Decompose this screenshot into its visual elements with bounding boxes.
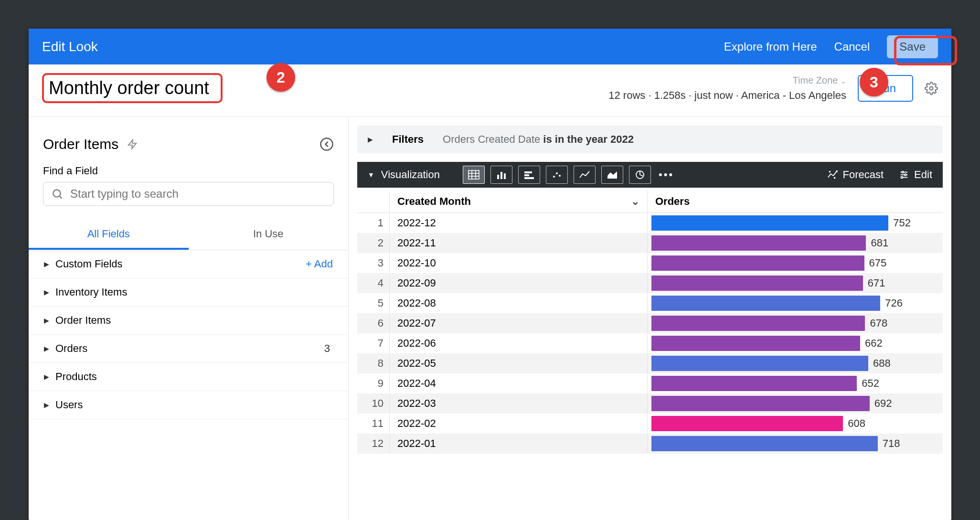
caret-down-icon[interactable]: ▼ [368,171,374,179]
cell-month: 2022-12 [390,213,648,233]
cell-month: 2022-03 [390,393,648,414]
look-title-input[interactable]: Monthly order count [49,76,214,100]
forecast-button[interactable]: Forecast [827,169,884,181]
svg-marker-1 [128,140,137,149]
svg-rect-15 [524,177,534,179]
save-button[interactable]: Save [887,35,938,58]
cell-orders: 752 [648,213,943,233]
svg-point-3 [53,190,60,197]
row-index: 4 [357,273,390,293]
cell-orders: 718 [648,434,943,454]
table-row[interactable]: 12022-12752 [357,213,943,233]
cell-orders: 678 [648,313,943,333]
viz-column-icon[interactable] [490,166,512,184]
cell-orders: 662 [648,333,943,353]
cancel-link[interactable]: Cancel [834,40,870,53]
collapse-sidebar-icon[interactable] [320,137,334,151]
table-row[interactable]: 42022-09671 [357,273,943,293]
viz-table-icon[interactable] [463,166,485,184]
add-custom-field[interactable]: + Add [306,258,333,270]
field-search-input[interactable] [70,187,326,201]
svg-rect-10 [497,175,499,179]
field-group[interactable]: ▶Order Items [29,307,348,335]
bar [651,436,878,451]
find-field-label: Find a Field [29,157,348,182]
svg-marker-19 [607,171,617,179]
viz-more-icon[interactable]: ••• [659,169,674,181]
field-group[interactable]: ▶Users [29,391,348,419]
table-row[interactable]: 52022-08726 [357,293,943,313]
table-row[interactable]: 112022-02608 [357,414,943,434]
row-index: 3 [357,253,390,273]
cell-month: 2022-04 [390,373,648,393]
table-row[interactable]: 82022-05688 [357,353,943,373]
field-group-label: Users [55,399,333,411]
table-header: Created Month ⌄ Orders [357,191,943,213]
bar [651,296,880,311]
row-index: 11 [357,414,390,434]
svg-point-0 [930,86,933,90]
cell-month: 2022-01 [390,434,648,454]
cell-month: 2022-09 [390,273,648,293]
explore-from-here-link[interactable]: Explore from Here [724,40,817,53]
bar [651,336,860,351]
bar-value: 752 [893,217,911,229]
field-group[interactable]: ▶Inventory Items [29,278,348,307]
svg-rect-5 [469,170,479,179]
table-row[interactable]: 122022-01718 [357,434,943,454]
field-group[interactable]: ▶Orders3 [29,335,348,363]
field-tabs: All Fields In Use [29,220,348,250]
bar [651,255,864,271]
look-title-highlight: Monthly order count [42,73,223,103]
cell-orders: 681 [648,233,943,253]
svg-point-29 [901,177,903,179]
cell-orders: 652 [648,373,943,393]
row-index: 9 [357,373,390,393]
filter-description: Orders Created Date is in the year 2022 [443,133,634,146]
header-orders[interactable]: Orders [648,191,943,212]
row-index: 7 [357,333,390,353]
cell-month: 2022-07 [390,313,648,333]
table-row[interactable]: 92022-04652 [357,373,943,393]
sub-header: Monthly order count Time Zone ⌄ 12 rows … [29,64,951,117]
filters-bar[interactable]: ▶ Filters Orders Created Date is in the … [357,126,943,153]
run-info: Time Zone ⌄ 12 rows · 1.258s · just now … [608,73,846,103]
svg-point-16 [553,176,555,178]
run-stats: 12 rows · 1.258s · just now · America - … [608,87,846,103]
table-row[interactable]: 72022-06662 [357,333,943,353]
field-group-label: Custom Fields [55,258,306,270]
explore-title: Order Items [43,136,118,152]
bar-value: 652 [862,377,879,390]
cell-orders: 675 [648,253,943,273]
table-row[interactable]: 62022-07678 [357,313,943,333]
viz-line-icon[interactable] [574,166,596,184]
header-created-month[interactable]: Created Month ⌄ [390,191,648,212]
bar-value: 726 [885,297,903,309]
table-row[interactable]: 32022-10675 [357,253,943,273]
field-group[interactable]: ▶Products [29,363,348,391]
caret-right-icon: ▶ [44,345,55,352]
app-window: Edit Look Explore from Here Cancel Save … [29,29,951,520]
row-index: 5 [357,293,390,313]
viz-edit-button[interactable]: Edit [899,169,932,181]
viz-area-icon[interactable] [601,166,623,184]
viz-scatter-icon[interactable] [546,166,568,184]
tab-all-fields[interactable]: All Fields [29,220,189,250]
bar-value: 718 [883,437,900,450]
caret-right-icon: ▶ [44,260,55,268]
table-row[interactable]: 22022-11681 [357,233,943,253]
timezone-label[interactable]: Time Zone [793,75,838,85]
visualization-bar: ▼ Visualization ••• Fo [357,162,943,188]
field-search[interactable] [43,182,334,206]
row-index: 12 [357,434,390,454]
table-row[interactable]: 102022-03692 [357,393,943,414]
gear-icon[interactable] [925,82,938,95]
viz-bar-icon[interactable] [518,166,540,184]
bar-value: 662 [865,337,883,350]
bolt-icon[interactable] [127,138,138,150]
viz-type-icons: ••• [460,166,679,184]
svg-rect-11 [501,172,502,179]
viz-pie-icon[interactable] [629,166,651,184]
field-group[interactable]: ▶Custom Fields+ Add [29,250,348,278]
tab-in-use[interactable]: In Use [189,220,349,250]
